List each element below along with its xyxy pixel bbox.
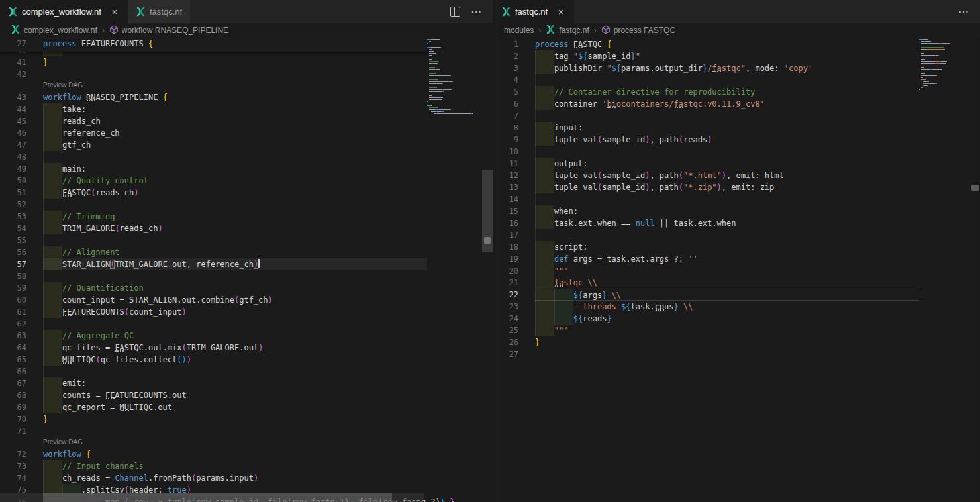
code-row[interactable]: 65 MULTIQC(qc_files.collect()) [0, 354, 427, 366]
code-row[interactable]: 60 count_input = STAR_ALIGN.out.combine(… [0, 294, 427, 306]
code-row[interactable]: 25 """ [493, 325, 919, 336]
minimap[interactable] [427, 39, 482, 115]
code-row[interactable]: 8 input: [493, 122, 919, 134]
code-row[interactable]: 49 main: [0, 163, 427, 175]
code-row[interactable]: 19 def args = task.ext.args ?: '' [493, 253, 919, 265]
code-row[interactable]: 41} [0, 56, 427, 68]
code-token: FEATURECOUNTS [105, 391, 168, 400]
codelens-preview-dag[interactable]: Preview DAG [43, 436, 83, 448]
code-row[interactable]: 2 tag "${sample_id}" [493, 50, 919, 62]
code-row[interactable]: 71 [0, 425, 427, 437]
breadcrumb-item[interactable]: modules [504, 26, 534, 35]
code-row[interactable]: 58 [0, 270, 427, 282]
code-row[interactable]: 18 script: [493, 241, 919, 253]
code-row[interactable]: 13 tuple val(sample_id), path("*.zip"), … [493, 181, 919, 193]
code-row[interactable]: 12 tuple val(sample_id), path("*.html"),… [493, 170, 919, 181]
code-row[interactable]: 63 // Aggregate QC [0, 330, 427, 342]
code-row[interactable]: 53 // Trimming [0, 211, 427, 223]
vertical-scrollbar[interactable] [482, 38, 493, 502]
indent-guide [43, 294, 44, 306]
minimap[interactable] [919, 39, 965, 93]
more-actions-icon[interactable]: ⋯ [471, 5, 482, 18]
more-actions-icon[interactable]: ⋯ [958, 5, 969, 18]
code-row[interactable]: 62 [0, 318, 427, 330]
code-row[interactable]: 43workflow RNASEQ_PIPELINE { [0, 91, 427, 103]
code-row[interactable]: 51 FASTQC(reads_ch) [0, 187, 427, 199]
code-row[interactable]: 46 reference_ch [0, 127, 427, 139]
code-token: ) [707, 135, 712, 144]
close-icon[interactable]: × [556, 7, 566, 17]
code-row[interactable]: 67 emit: [0, 377, 427, 389]
code-row[interactable]: 72workflow { [0, 448, 427, 460]
code-row[interactable]: 61 FEATURECOUNTS(count_input) [0, 306, 427, 318]
code-row[interactable]: 20 """ [493, 265, 919, 277]
code-row[interactable]: 22 ${args} \\ [493, 289, 919, 301]
breadcrumb-item[interactable]: workflow RNASEQ_PIPELINE [109, 25, 228, 36]
code-row[interactable]: 17 [493, 229, 919, 241]
code-row[interactable]: 6 container 'biocontainers/fastqc:v0.11.… [493, 98, 919, 110]
code-row[interactable]: 57 STAR_ALIGN(TRIM_GALORE.out, reference… [0, 258, 427, 270]
breadcrumb-item[interactable]: fastqc.nf [546, 25, 589, 36]
indent-band [554, 313, 573, 325]
code-token: reads_ch [120, 224, 158, 233]
tab-fastqc-nf-left[interactable]: fastqc.nf [128, 0, 190, 23]
code-row[interactable]: 74 ch_reads = Channel.fromPath(params.in… [0, 472, 427, 484]
code-token: MULTIQC [62, 355, 96, 364]
code-row[interactable]: 7 [493, 110, 919, 122]
code-row[interactable]: 70} [0, 413, 427, 425]
code-token: ( [679, 171, 683, 180]
indent-guide [43, 342, 44, 354]
code-row[interactable]: 68 counts = FEATURECOUNTS.out [0, 389, 427, 401]
code-row[interactable]: 44 take: [0, 103, 427, 115]
code-row[interactable]: 27process FEATURECOUNTS { [0, 38, 427, 50]
indent-guide [535, 313, 536, 325]
breadcrumb-item[interactable]: complex_workflow.nf [11, 25, 97, 36]
code-row[interactable]: 69 qc_report = MULTIQC.out [0, 401, 427, 413]
code-row[interactable]: 66 [0, 366, 427, 377]
code-token: \\ [679, 302, 693, 311]
code-row[interactable]: 21 fastqc \\ [493, 277, 919, 289]
code-area[interactable]: 1process FASTQC {2 tag "${sample_id}"3 p… [493, 38, 919, 360]
scrollbar-drag-handle[interactable] [971, 185, 979, 191]
code-row[interactable]: 55 [0, 234, 427, 246]
breadcrumb-item[interactable]: process FASTQC [601, 25, 675, 36]
sticky-scroll-line[interactable]: 27process FEATURECOUNTS { [0, 38, 427, 52]
tab-complex-workflow-nf[interactable]: complex_workflow.nf × [0, 0, 128, 23]
code-row[interactable]: 26} [493, 336, 919, 348]
scrollbar-drag-handle[interactable] [484, 237, 491, 244]
code-row[interactable]: 59 // Quantification [0, 282, 427, 294]
code-row[interactable]: 16 task.ext.when == null || task.ext.whe… [493, 217, 919, 229]
code-row[interactable]: 3 publishDir "${params.output_dir}/fastq… [493, 62, 919, 74]
code-row[interactable]: 1process FASTQC { [493, 38, 919, 50]
code-row[interactable]: 14 [493, 193, 919, 205]
code-row[interactable]: 5 // Container directive for reproducibi… [493, 86, 919, 98]
indent-guide [43, 389, 44, 401]
code-row[interactable]: 23 --threads ${task.cpus} \\ [493, 301, 919, 313]
code-row[interactable]: 56 // Alignment [0, 246, 427, 258]
code-row[interactable]: 73 // Input channels [0, 460, 427, 472]
code-row[interactable]: 48 [0, 151, 427, 163]
code-row[interactable]: 4 [493, 74, 919, 86]
code-row[interactable]: 27 [493, 348, 919, 360]
code-row[interactable]: 15 when: [493, 205, 919, 217]
code-row[interactable]: 54 TRIM_GALORE(reads_ch) [0, 223, 427, 234]
code-row[interactable]: 11 output: [493, 158, 919, 170]
code-row[interactable]: 47 gtf_ch [0, 139, 427, 151]
code-row[interactable]: 24 ${reads} [493, 313, 919, 325]
code-row[interactable]: 42 [0, 68, 427, 80]
code-row[interactable]: 9 tuple val(sample_id), path(reads) [493, 134, 919, 146]
editor-left[interactable]: 40 """41}42Preview DAG43workflow RNASEQ_… [0, 38, 493, 502]
horizontal-scrollbar[interactable] [0, 493, 424, 502]
codelens-preview-dag[interactable]: Preview DAG [43, 79, 83, 91]
code-row[interactable]: 52 [0, 199, 427, 211]
editor-right[interactable]: 1process FASTQC {2 tag "${sample_id}"3 p… [493, 38, 980, 502]
split-editor-icon[interactable] [450, 7, 460, 17]
close-icon[interactable]: × [109, 7, 120, 17]
scrollbar-thumb[interactable] [43, 493, 392, 502]
code-row[interactable]: 64 qc_files = FASTQC.out.mix(TRIM_GALORE… [0, 342, 427, 354]
code-row[interactable]: 10 [493, 146, 919, 158]
code-area[interactable]: 40 """41}42Preview DAG43workflow RNASEQ_… [0, 44, 427, 502]
tab-fastqc-nf-right[interactable]: fastqc.nf × [493, 0, 574, 23]
code-row[interactable]: 45 reads_ch [0, 115, 427, 127]
code-row[interactable]: 50 // Quality control [0, 175, 427, 187]
